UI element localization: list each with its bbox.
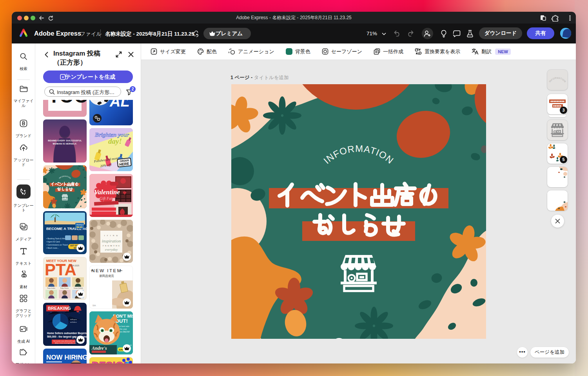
svg-text:day!: day!	[108, 137, 122, 145]
svg-text:BREAKING: BREAKING	[48, 306, 71, 311]
svg-text:Gift Fair: Gift Fair	[100, 196, 114, 201]
svg-text:Get market news delivered to y: Get market news delivered to your inbox	[53, 340, 80, 342]
svg-text:■ Buyers: ■ Buyers	[71, 318, 77, 320]
svg-text:$9.95: $9.95	[76, 226, 83, 228]
svg-text:Home Sellers outnumber Buyers: Home Sellers outnumber Buyers by more th…	[47, 332, 87, 335]
svg-text:Our best sale: Our best sale	[118, 325, 129, 327]
svg-text:• Much more...: • Much more...	[46, 247, 59, 249]
svg-text:• Agent ID Card: • Agent ID Card	[46, 240, 60, 243]
svg-text:Ruby Oliveira: Ruby Oliveira	[60, 287, 69, 289]
svg-text:inspiration: inspiration	[102, 239, 121, 243]
svg-text:PTA: PTA	[45, 260, 76, 279]
svg-text:I F I N D: I F I N D	[104, 235, 118, 237]
svg-text:NEW ITEM: NEW ITEM	[91, 268, 122, 273]
svg-text:AL: AL	[109, 100, 130, 110]
svg-text:everyday: everyday	[105, 248, 118, 251]
svg-text:F R O M T H E: F R O M T H E	[103, 245, 120, 247]
svg-text:Darian Gottlieb: Darian Gottlieb	[74, 287, 83, 289]
svg-text:594.: 594.	[93, 304, 96, 307]
svg-text:INFORMATION: INFORMATION	[548, 77, 566, 83]
svg-text:Starting at: Starting at	[76, 224, 84, 226]
svg-text:Tanya Jordan: Tanya Jordan	[47, 287, 55, 289]
svg-text:daily at www.newsingmedia.com: daily at www.newsingmedia.com	[55, 342, 76, 344]
svg-text:2024-2025: 2024-2025	[70, 264, 79, 267]
svg-text:Andre's: Andre's	[91, 345, 107, 351]
svg-text:NOW HIRING: NOW HIRING	[46, 354, 87, 361]
svg-text:■ Sellers: ■ Sellers	[71, 321, 77, 323]
svg-text:Valentine: Valentine	[94, 188, 120, 196]
svg-text:新商品発売: 新商品発売	[99, 274, 114, 278]
svg-text:• Commissions on Travel: • Commissions on Travel	[46, 244, 68, 246]
